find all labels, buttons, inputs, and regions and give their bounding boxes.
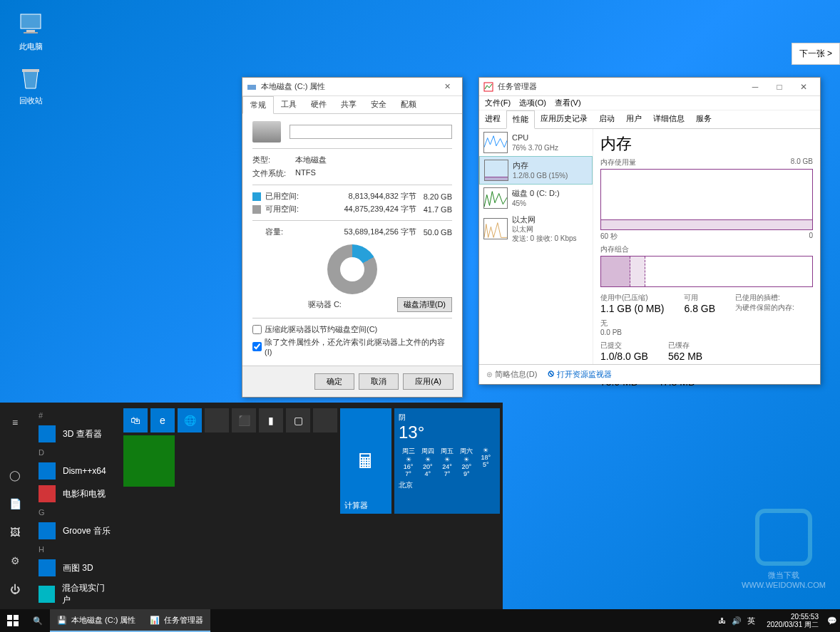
open-resmon-link[interactable]: 🛇 打开资源监视器 [547, 369, 612, 380]
window-title: 任务管理器 [498, 81, 537, 92]
brief-info-toggle[interactable]: ⊙ 简略信息(D) [486, 369, 537, 380]
tab-general[interactable]: 常规 [242, 96, 274, 114]
usage-donut-chart [327, 244, 377, 294]
weather-cond: 阴 [399, 413, 496, 423]
taskmgr-icon: 📊 [150, 616, 160, 625]
tile-ie[interactable]: 🌐 [178, 408, 202, 432]
sidebar-disk[interactable]: 磁盘 0 (C: D:)45% [479, 185, 593, 212]
desktop-icon-this-pc[interactable]: 此电脑 [6, 10, 56, 52]
tab-services[interactable]: 服务 [690, 110, 717, 128]
used-swatch [252, 192, 261, 201]
watermark-logo-icon [755, 509, 812, 566]
apply-button[interactable]: 应用(A) [403, 373, 454, 390]
svg-rect-6 [485, 177, 508, 181]
next-image-button[interactable]: 下一张 > [792, 43, 840, 65]
tab-startup[interactable]: 启动 [593, 110, 620, 128]
compress-checkbox[interactable] [252, 325, 262, 334]
taskbar-item-taskmgr[interactable]: 📊任务管理器 [143, 609, 210, 632]
rail-settings-icon[interactable]: ⚙ [0, 546, 30, 575]
sidebar-cpu[interactable]: CPU76% 3.70 GHz [479, 129, 593, 156]
type-value: 本地磁盘 [295, 155, 452, 165]
tray-network-icon[interactable]: 🖧 [718, 616, 726, 625]
tab-app-history[interactable]: 应用历史记录 [535, 110, 593, 128]
tile-calculator[interactable]: 🖩 计算器 [340, 408, 391, 514]
tile-dark-1[interactable]: ⬛ [232, 408, 256, 432]
taskbar-item-properties[interactable]: 💾本地磁盘 (C:) 属性 [50, 609, 143, 632]
sidebar-memory[interactable]: 内存1.2/8.0 GB (15%) [479, 156, 593, 185]
app-item[interactable]: 画图 3D [33, 556, 118, 579]
app-label: Groove 音乐 [63, 525, 111, 537]
tab-quota[interactable]: 配额 [394, 96, 424, 113]
app-item[interactable]: 3D 查看器 [33, 423, 118, 445]
search-button[interactable]: 🔍 [26, 609, 50, 632]
app-group-header[interactable]: D [33, 445, 118, 460]
drive-name-input[interactable] [290, 125, 452, 139]
app-group-header[interactable]: H [33, 542, 118, 556]
svg-rect-1 [26, 30, 35, 32]
tab-processes[interactable]: 进程 [479, 110, 506, 128]
app-item[interactable]: 电影和电视 [33, 482, 118, 505]
taskbar-clock[interactable]: 20:55:53 2020/03/31 周二 [761, 613, 824, 628]
titlebar[interactable]: 本地磁盘 (C:) 属性 ✕ [242, 78, 462, 96]
svg-rect-4 [247, 85, 256, 90]
start-apps-list[interactable]: #3D 查看器DDism++x64电影和电视GGroove 音乐H画图 3D混合… [30, 403, 121, 609]
start-menu: ≡ ◯ 📄 🖼 ⚙ ⏻ #3D 查看器DDism++x64电影和电视GGroov… [0, 403, 503, 609]
start-button[interactable] [0, 609, 26, 632]
app-icon [39, 462, 56, 480]
rail-expand-icon[interactable]: ≡ [0, 408, 30, 437]
minimize-icon[interactable]: ─ [743, 82, 767, 92]
tile-dark-4[interactable] [313, 408, 337, 432]
titlebar[interactable]: 任务管理器 ─ □ ✕ [479, 78, 820, 96]
perf-heading: 内存 [600, 133, 813, 155]
desktop-icon-label: 此电脑 [19, 42, 43, 51]
app-item[interactable]: Groove 音乐 [33, 519, 118, 542]
tab-hardware[interactable]: 硬件 [304, 96, 334, 113]
app-item[interactable]: Dism++x64 [33, 460, 118, 482]
rail-pictures-icon[interactable]: 🖼 [0, 518, 30, 546]
close-icon[interactable]: ✕ [792, 82, 816, 92]
rail-power-icon[interactable]: ⏻ [0, 575, 30, 603]
tray-volume-icon[interactable]: 🔊 [732, 616, 742, 626]
rail-documents-icon[interactable]: 📄 [0, 489, 30, 518]
app-group-header[interactable]: G [33, 505, 118, 519]
sidebar-ethernet[interactable]: 以太网以太网发送: 0 接收: 0 Kbps [479, 212, 593, 246]
tab-users[interactable]: 用户 [620, 110, 647, 128]
index-checkbox-row[interactable]: 除了文件属性外，还允许索引此驱动器上文件的内容(I) [252, 337, 452, 356]
close-icon[interactable]: ✕ [436, 82, 458, 91]
desktop-icon-recycle-bin[interactable]: 回收站 [6, 64, 56, 106]
drive-icon [252, 121, 281, 143]
tab-tools[interactable]: 工具 [274, 96, 304, 113]
menu-view[interactable]: 查看(V) [555, 98, 581, 108]
rail-user-icon[interactable]: ◯ [0, 461, 30, 489]
tile-dark-3[interactable]: ▢ [286, 408, 310, 432]
tile-weather[interactable]: 阴 13° 周三☀16°7°周四☀20°4°周五☀24°7°周六☀20°9°☀1… [394, 408, 500, 514]
compress-checkbox-row[interactable]: 压缩此驱动器以节约磁盘空间(C) [252, 324, 452, 335]
tile-edge[interactable]: e [150, 408, 175, 432]
tab-performance[interactable]: 性能 [506, 110, 535, 129]
clock-date: 2020/03/31 周二 [767, 621, 819, 628]
free-swatch [252, 205, 261, 214]
disk-cleanup-button[interactable]: 磁盘清理(D) [397, 297, 452, 312]
maximize-icon[interactable]: □ [767, 82, 792, 92]
tab-sharing[interactable]: 共享 [334, 96, 364, 113]
app-item[interactable]: 混合现实门户 [33, 579, 118, 609]
menu-options[interactable]: 选项(O) [519, 98, 546, 108]
fs-value: NTFS [295, 168, 452, 179]
window-title: 本地磁盘 (C:) 属性 [261, 81, 325, 92]
index-checkbox[interactable] [252, 342, 262, 351]
cancel-button[interactable]: 取消 [359, 373, 399, 390]
properties-tabs: 常规 工具 硬件 共享 安全 配额 [242, 96, 462, 114]
ok-button[interactable]: 确定 [314, 373, 354, 390]
tile-store[interactable]: 🛍 [123, 408, 148, 432]
notifications-button[interactable]: 💬 [824, 609, 840, 632]
tile-green[interactable] [123, 435, 175, 487]
app-label: 画图 3D [63, 562, 93, 574]
app-group-header[interactable]: # [33, 408, 118, 423]
tile-blank[interactable] [205, 408, 229, 432]
tab-security[interactable]: 安全 [364, 96, 394, 113]
tab-details[interactable]: 详细信息 [647, 110, 690, 128]
tray-ime[interactable]: 英 [747, 616, 755, 626]
menu-file[interactable]: 文件(F) [485, 98, 511, 108]
mem-sparkline [484, 160, 508, 181]
tile-dark-2[interactable]: ▮ [259, 408, 283, 432]
